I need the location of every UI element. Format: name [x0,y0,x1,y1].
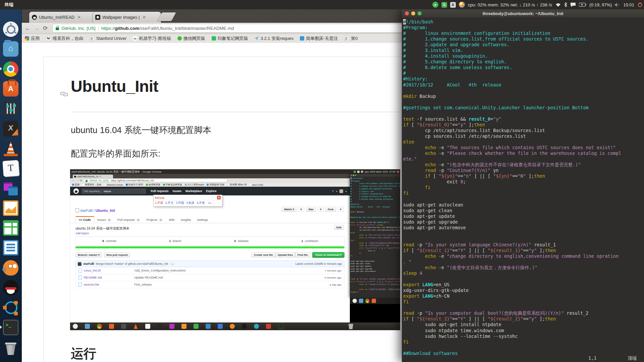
screenshot-stat-commits: 9 commits [102,239,116,243]
battery-icon[interactable] [579,3,586,7]
readme-screenshot-image[interactable]: starFalll/Ubuntu_Init: ubuntu 16.04 系统一键… [70,169,400,330]
tab-close-icon[interactable]: ✕ [77,15,81,20]
tab-title: Ubuntu_Init/READ [39,15,74,20]
reload-button[interactable]: ⟳ [43,25,48,31]
screenshot-social-buttons: Watch ▾0Star0Fork0 [282,207,344,212]
launcher-item-typora[interactable] [3,161,18,176]
bookmark-微信网页版[interactable]: 微信网页版 [177,36,205,42]
apps-favicon [25,36,29,41]
minimize-window-icon[interactable] [411,11,415,15]
document-app-icon [3,240,18,255]
bookmark-维基百科，自由[interactable]: W维基百科，自由 [46,36,83,42]
commit-age: 9 minutes ago [325,276,341,279]
screenshot-repo-stats: 9 commits1 branch0 releases1 contributor [75,236,345,246]
bookmark-简单图床-无需注[interactable]: 简单图床-无需注 [300,36,338,42]
ime-candidate: 1.开源 [155,201,163,205]
launcher-item-files[interactable] [3,41,18,57]
screenshot-bookmark: 维基百科，自由 [82,183,101,186]
bookmark-3.2.1 安装reques[interactable]: 3.2.1 安装reques [255,36,293,42]
bookmark-机器学习-斯坦福[interactable]: ∞机器学习-斯坦福 [133,36,171,42]
launcher-item-trash[interactable] [3,341,18,356]
forward-button[interactable]: → [34,25,40,31]
screenshot-launcher-chrome-icon [365,299,370,303]
volume-icon[interactable] [615,3,620,7]
terminal-line: read -p "Is your system language Chinese… [351,278,400,281]
screenshot-repotab-wiki: Wiki [166,217,177,223]
bluetooth-icon[interactable] [564,2,567,7]
maximize-window-icon[interactable] [418,11,422,15]
screenshot-star-button: Star [306,207,316,212]
back-button[interactable]: ← [25,25,31,31]
terminal-line [351,257,400,260]
screenshot-stat-branch: 1 branch [169,239,181,243]
padlock-icon[interactable] [56,27,59,30]
terminal-titlebar[interactable]: threebody@ubuntuwork: ~/Ubuntu_Init [402,9,644,17]
launcher-item-ubuntu-software[interactable] [3,81,18,97]
terminal-line: sudo apt-get autoclean [403,202,644,208]
launcher-item-google-chrome[interactable] [3,61,18,77]
heading-anchor-link-icon[interactable] [60,90,68,98]
screenshot-repotab-projects: Projects0 [143,217,166,223]
bookmark-Stanford Univer[interactable]: Stanford Univer [90,36,126,41]
screenshot-tab-strip: starFalll/Ubuntu_In✕ [70,174,350,178]
screenshot-branch-button: Branch: master ▾ [75,252,102,257]
terminal-line: exit 0; [403,179,644,185]
launcher-item-code-editor[interactable] [3,121,18,136]
launcher-item-vlc[interactable] [3,141,18,156]
launcher-item-spreadsheet-app[interactable] [3,220,18,236]
screenshot-create-new-file-button: Create new file [252,252,275,257]
terminal-line: # linux environment configuration initia… [403,31,644,36]
terminal-line: mkdir Backup [351,211,400,214]
launcher-item-gimp[interactable] [3,260,18,276]
chat-bubble-icon[interactable] [570,2,576,7]
terminal-line: sleep 4 [403,270,644,276]
terminal-body[interactable]: #!/bin/bash#Program:# linux environment … [402,17,644,362]
paper-plane-tray-icon[interactable]: ➤ [432,2,438,8]
launcher-item-qq[interactable] [3,280,18,295]
sogou-tray-icon[interactable] [459,2,465,8]
screenshot-repo-description: ubuntu 16.04 系统一键环境配置脚本 [75,226,129,231]
sync-arrows-tray-icon[interactable]: ⇅ [441,2,447,8]
page-url[interactable]: https://github.com/starFalll/Ubuntu_Init… [101,26,234,31]
bookmark-label: 维基百科，自由 [53,36,83,42]
terminal-line: # 4.install sougoupinyin. [403,53,644,59]
terminal-line: #!/bin/bash [351,177,400,180]
tab-wallpaper-images[interactable]: Wallpaper Images | ✕ [93,12,161,23]
screenshot-repo-tabs: <> CodeIssues0Pull requests0Projects0Wik… [75,216,211,223]
launcher-item-system-settings[interactable] [3,101,18,116]
launcher-item-ubuntu-dash[interactable] [3,21,18,37]
bookmark-label: Stanford Univer [96,36,126,41]
terminal-window[interactable]: threebody@ubuntuwork: ~/Ubuntu_Init #!/b… [402,9,644,362]
launcher-item-terminal[interactable] [3,320,18,335]
tab-ubuntu-init-readme[interactable]: Ubuntu_Init/READ ✕ [29,12,97,23]
typora-icon [2,160,19,177]
wifi-icon[interactable] [555,2,561,7]
close-window-icon[interactable] [405,11,409,15]
file-icon [78,276,82,280]
screenshot-nav-Pull requests: Pull requests [151,189,168,193]
tab-close-icon[interactable]: ✕ [142,15,146,20]
terminal-line: sudo apt-get clean [403,208,644,214]
terminal-line: sudo hwclock --localtime --systohc [403,334,644,339]
bookmark-印象笔记网页版[interactable]: 印象笔记网页版 [212,36,248,42]
terminal-line: # [403,70,644,76]
vim-buffer: #!/bin/bash#Program:# linux environment … [402,17,644,356]
terminal-line: fi [351,252,400,255]
launcher-item-chart-app[interactable] [3,200,18,216]
launcher-item-window-switcher-app[interactable] [3,180,18,196]
screenshot-watch-button: Watch ▾ [282,207,297,212]
security-label[interactable]: GitHub, Inc. [US] [61,26,95,31]
screenshot-repo-title: starFalll / Ubuntu_Init [75,208,115,213]
screenshot-launcher-x-icon [218,324,223,329]
spreadsheet-app-icon [3,220,18,236]
screenshot-launcher-settings-icon [121,324,126,329]
input-method-indicator-icon[interactable]: A [450,2,456,8]
terminal-line: sudo apt-get update [351,265,400,268]
power-icon[interactable] [637,2,643,7]
launcher-item-document-app[interactable] [3,240,18,255]
running-indicator-arrow [0,325,2,329]
bookmark-第0[interactable]: 第0 [344,36,358,42]
ime-candidate: 2.开元 [165,201,173,205]
launcher-item-graph-app[interactable] [3,300,18,315]
bookmark-应用[interactable]: 应用 [25,36,40,42]
